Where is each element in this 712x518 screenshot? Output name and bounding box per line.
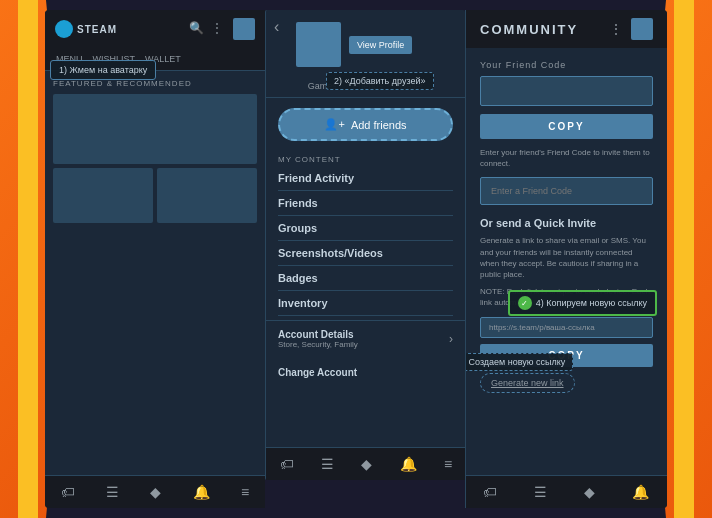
featured-img-2 [157, 168, 257, 223]
profile-diamond-icon[interactable]: ◆ [361, 456, 372, 472]
profile-list-icon[interactable]: ☰ [321, 456, 334, 472]
annotation-1: 1) Жмем на аватарку [50, 60, 156, 80]
generate-link-row: 3) Создаем новую ссылку Generate new lin… [480, 373, 653, 393]
featured-label: FEATURED & RECOMMENDED [53, 79, 257, 88]
content-badges[interactable]: Badges [278, 266, 453, 291]
featured-section: FEATURED & RECOMMENDED [45, 71, 265, 231]
tag-icon[interactable]: 🏷 [61, 484, 75, 500]
invite-desc: Enter your friend's Friend Code to invit… [480, 147, 653, 169]
diamond-icon[interactable]: ◆ [150, 484, 161, 500]
steam-header: STEAM 🔍 ⋮ [45, 10, 265, 48]
change-account[interactable]: Change Account [278, 361, 453, 384]
quick-invite-desc: Generate a link to share via email or SM… [480, 235, 653, 280]
main-wrapper: STEAM 🔍 ⋮ MENU WISHLIST WALLET 1) Жмем н… [45, 10, 667, 508]
steam-client-panel: STEAM 🔍 ⋮ MENU WISHLIST WALLET 1) Жмем н… [45, 10, 265, 508]
steam-bottom-nav: 🏷 ☰ ◆ 🔔 ≡ [45, 475, 265, 508]
my-content-label: MY CONTENT [266, 151, 465, 166]
hamburger-icon[interactable]: ≡ [241, 484, 249, 500]
profile-bottom-nav: 🏷 ☰ ◆ 🔔 ≡ [266, 447, 466, 480]
list-icon[interactable]: ☰ [106, 484, 119, 500]
community-header-right: ⋮ [609, 18, 653, 40]
avatar[interactable] [233, 18, 255, 40]
gift-ribbon-right [674, 0, 694, 518]
menu-dots-icon[interactable]: ⋮ [211, 21, 227, 37]
account-section: Account Details Store, Security, Family … [266, 320, 465, 357]
annotation-4-text: 4) Копируем новую ссылку [536, 298, 647, 308]
profile-bell-icon[interactable]: 🔔 [400, 456, 417, 472]
community-title: COMMUNITY [480, 22, 578, 37]
community-diamond-icon[interactable]: ◆ [584, 484, 595, 500]
annotation-3: 3) Создаем новую ссылку [465, 353, 573, 371]
add-friends-icon: 👤+ [324, 118, 344, 131]
community-list-icon[interactable]: ☰ [534, 484, 547, 500]
community-tag-icon[interactable]: 🏷 [483, 484, 497, 500]
featured-img-1 [53, 168, 153, 223]
gift-ribbon-left [18, 0, 38, 518]
add-friends-label: Add friends [351, 119, 407, 131]
profile-header: ‹ View Profile [266, 10, 465, 75]
account-details: Account Details Store, Security, Family [278, 329, 358, 349]
content-groups[interactable]: Groups [278, 216, 453, 241]
account-title: Account Details [278, 329, 358, 340]
generate-link-button[interactable]: Generate new link [480, 373, 575, 393]
content-screenshots[interactable]: Screenshots/Videos [278, 241, 453, 266]
community-bell-icon[interactable]: 🔔 [632, 484, 649, 500]
content-inventory[interactable]: Inventory [278, 291, 453, 316]
community-menu-icon[interactable]: ⋮ [609, 21, 623, 37]
annotation-4: ✓ 4) Копируем новую ссылку [508, 290, 657, 316]
copy-code-button[interactable]: COPY [480, 114, 653, 139]
account-row: Account Details Store, Security, Family … [278, 329, 453, 349]
account-sub: Store, Security, Family [278, 340, 358, 349]
profile-hamburger-icon[interactable]: ≡ [444, 456, 452, 472]
steam-icon [55, 20, 73, 38]
profile-avatar [296, 22, 341, 67]
content-friend-activity[interactable]: Friend Activity [278, 166, 453, 191]
featured-images [53, 94, 257, 223]
community-content: Your Friend Code COPY Enter your friend'… [466, 48, 667, 405]
featured-img-large [53, 94, 257, 164]
account-arrow-icon: › [449, 332, 453, 346]
profile-panel: ‹ View Profile 2) «Добавить друзей» Game… [265, 10, 465, 480]
back-button[interactable]: ‹ [274, 18, 279, 36]
header-icons: 🔍 ⋮ [189, 18, 255, 40]
check-icon: ✓ [518, 296, 532, 310]
link-url-display: https://s.team/p/ваша-ссылка [480, 317, 653, 338]
view-profile-button[interactable]: View Profile [349, 36, 412, 54]
content-list: Friend Activity Friends Groups Screensho… [266, 166, 465, 316]
community-panel: COMMUNITY ⋮ Your Friend Code COPY Enter … [465, 10, 667, 508]
friend-code-title: Your Friend Code [480, 60, 653, 70]
steam-logo: STEAM [55, 20, 117, 38]
annotation-2: 2) «Добавить друзей» [326, 72, 434, 90]
search-icon[interactable]: 🔍 [189, 21, 205, 37]
add-friends-button[interactable]: 👤+ Add friends [278, 108, 453, 141]
profile-tag-icon[interactable]: 🏷 [280, 456, 294, 472]
steam-text: STEAM [77, 24, 117, 35]
community-avatar[interactable] [631, 18, 653, 40]
friend-code-input[interactable] [480, 177, 653, 205]
community-header: COMMUNITY ⋮ [466, 10, 667, 48]
quick-invite-title: Or send a Quick Invite [480, 217, 653, 229]
friend-code-display [480, 76, 653, 106]
bell-icon[interactable]: 🔔 [193, 484, 210, 500]
content-friends[interactable]: Friends [278, 191, 453, 216]
community-bottom-nav: 🏷 ☰ ◆ 🔔 [465, 475, 667, 508]
